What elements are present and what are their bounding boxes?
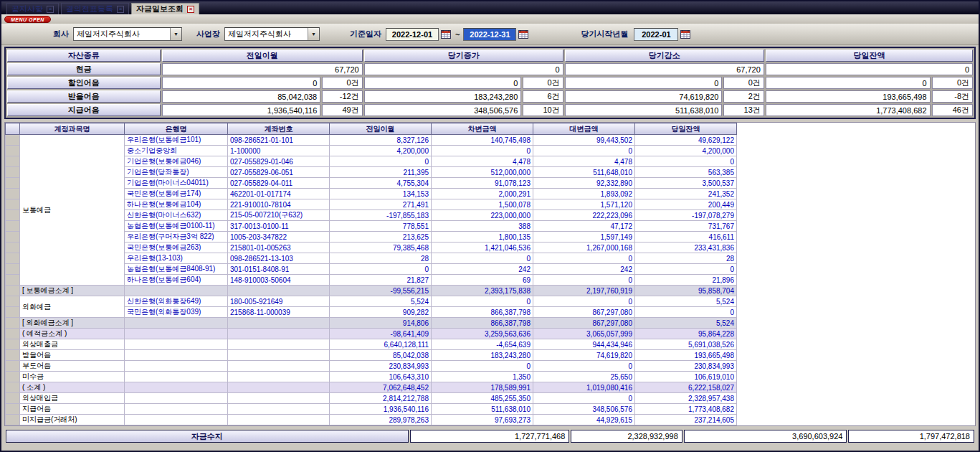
tab-bar: 공지사항 × 결의전표등록 × 자금일보조회 × — [1, 1, 979, 14]
amount-cell: 49,629,122 — [635, 135, 737, 146]
menu-open-button[interactable]: MENU OPEN — [4, 16, 51, 23]
amount-cell: 1,571,120 — [533, 199, 635, 210]
row-selector[interactable] — [6, 221, 20, 232]
row-selector[interactable] — [6, 307, 20, 318]
amount-cell: 0 — [432, 253, 533, 264]
tab-voucher-entry[interactable]: 결의전표등록 × — [61, 3, 129, 14]
row-selector[interactable] — [6, 167, 20, 178]
amount-cell: 1,267,000,168 — [533, 243, 635, 253]
asset-type-cell[interactable]: 할인어음 — [7, 77, 161, 89]
company-select[interactable]: 제일저지주식회사 ▼ — [73, 27, 182, 41]
row-selector[interactable] — [6, 372, 20, 382]
amount-cell: 511,638,010 — [432, 404, 533, 415]
detail-row[interactable]: 미지급금(거래처)289,978,26397,693,27344,929,615… — [6, 415, 737, 425]
detail-row[interactable]: 외상매출금6,640,128,111-4,654,639944,434,9465… — [6, 339, 737, 350]
row-selector[interactable] — [6, 243, 20, 253]
row-selector[interactable] — [6, 296, 20, 307]
amount-cell: 5,691,038,526 — [635, 339, 737, 350]
account-group-cell: 외화예금 — [20, 296, 125, 318]
calendar-icon[interactable] — [440, 29, 452, 39]
amount-cell: 222,223,096 — [533, 210, 635, 221]
row-selector[interactable] — [6, 286, 20, 296]
fund-balance-row: 자금수지 1,727,771,468 2,328,932,998 3,690,6… — [6, 430, 974, 443]
detail-row[interactable]: 받을어음85,042,038183,243,28074,619,820193,6… — [6, 350, 737, 361]
detail-row[interactable]: 보통예금우리은행(보통예금101)098-286521-01-1018,327,… — [6, 135, 737, 146]
row-selector[interactable] — [6, 264, 20, 275]
row-selector[interactable] — [6, 135, 20, 146]
row-selector[interactable] — [6, 393, 20, 404]
bank-name-cell: 기업은행(당좌통장) — [125, 167, 228, 178]
chevron-down-icon[interactable]: ▼ — [308, 28, 319, 40]
detail-row[interactable]: 외상매입금2,814,212,788485,255,35002,328,957,… — [6, 393, 737, 404]
amount-cell: 778,551 — [330, 221, 432, 232]
row-label-cell: 부도어음 — [20, 361, 125, 372]
row-label-cell: ( 소계 ) — [20, 382, 125, 393]
amount-cell: 106,643,310 — [330, 372, 432, 382]
detail-row[interactable]: 지급어음1,936,540,116511,638,010348,506,5761… — [6, 404, 737, 415]
amount-cell: 223,000,000 — [432, 210, 533, 221]
account-number-cell: 180-005-921649 — [228, 296, 330, 307]
summary-amount-cell: 511,638,010 — [565, 104, 723, 116]
tab-close-icon[interactable]: × — [47, 6, 54, 13]
tab-notice[interactable]: 공지사항 × — [6, 3, 59, 14]
row-selector[interactable] — [6, 382, 20, 393]
row-selector[interactable] — [6, 275, 20, 286]
date-from-input[interactable]: 2022-12-01 — [386, 28, 439, 41]
empty-cell — [125, 393, 228, 404]
row-selector[interactable] — [6, 318, 20, 329]
detail-row[interactable]: [ 보통예금소계 ]-99,556,2152,393,175,8382,197,… — [6, 286, 737, 296]
tab-close-icon[interactable]: × — [187, 6, 194, 13]
bank-name-cell: 우리은행(구머자금3억 822) — [125, 232, 228, 243]
date-to-input[interactable]: 2022-12-31 — [463, 28, 516, 41]
calendar-icon[interactable] — [680, 29, 691, 39]
row-selector[interactable] — [6, 189, 20, 199]
amount-cell: 866,387,798 — [432, 318, 533, 329]
company-select-value: 제일저지주식회사 — [74, 29, 170, 39]
amount-cell: 85,042,038 — [330, 350, 432, 361]
detail-row[interactable]: 외화예금신한은행(외화통장649)180-005-9216495,524005,… — [6, 296, 737, 307]
tab-close-icon[interactable]: × — [117, 6, 124, 13]
detail-row[interactable]: 부도어음230,834,99300230,834,993 — [6, 361, 737, 372]
row-selector[interactable] — [6, 350, 20, 361]
row-selector[interactable] — [6, 232, 20, 243]
app-window: 공지사항 × 결의전표등록 × 자금일보조회 × MENU OPEN 회사 제일… — [0, 0, 980, 452]
chevron-down-icon[interactable]: ▼ — [170, 28, 181, 40]
row-selector[interactable] — [6, 146, 20, 156]
bank-name-cell: 국민은행(보통예금174) — [125, 189, 228, 199]
detail-row[interactable]: ( 예적금소계 )-98,641,4093,259,563,6363,065,0… — [6, 329, 737, 339]
row-selector[interactable] — [6, 415, 20, 425]
amount-cell: 230,834,993 — [330, 361, 432, 372]
detail-row[interactable]: 미수금106,643,3101,35025,650106,619,010 — [6, 372, 737, 382]
row-selector[interactable] — [6, 339, 20, 350]
row-selector[interactable] — [6, 178, 20, 189]
amount-cell: 909,282 — [330, 307, 432, 318]
amount-cell: 2,393,175,838 — [432, 286, 533, 296]
row-selector[interactable] — [6, 361, 20, 372]
amount-cell: 91,078,123 — [432, 178, 533, 189]
start-month-input[interactable]: 2022-01 — [634, 28, 678, 41]
summary-count-cell: 6건 — [523, 90, 563, 103]
amount-cell: 237,214,605 — [635, 415, 737, 425]
summary-row: 현금67,720067,7200 — [7, 63, 973, 75]
amount-cell: 289,978,263 — [330, 415, 432, 425]
site-label: 사업장 — [196, 29, 220, 39]
asset-type-cell[interactable]: 지급어음 — [7, 104, 161, 116]
detail-row[interactable]: [ 외화예금소계 ]914,806866,387,798867,297,0805… — [6, 318, 737, 329]
row-selector[interactable] — [6, 404, 20, 415]
detail-column-header: 은행명 — [125, 123, 228, 135]
row-selector[interactable] — [6, 329, 20, 339]
amount-cell: 44,929,615 — [533, 415, 635, 425]
asset-type-cell[interactable]: 현금 — [7, 63, 161, 75]
amount-cell: -197,078,279 — [635, 210, 737, 221]
account-number-cell: 317-0013-0100-11 — [228, 221, 330, 232]
calendar-icon[interactable] — [518, 29, 529, 39]
row-selector[interactable] — [6, 156, 20, 167]
detail-row[interactable]: ( 소계 )7,062,648,452178,589,9911,019,080,… — [6, 382, 737, 393]
row-selector[interactable] — [6, 210, 20, 221]
row-selector[interactable] — [6, 199, 20, 210]
summary-column-header: 전일이월 — [162, 50, 363, 62]
asset-type-cell[interactable]: 받을어음 — [7, 90, 161, 103]
tab-fund-daily-report[interactable]: 자금일보조회 × — [131, 3, 199, 14]
row-selector[interactable] — [6, 253, 20, 264]
site-select[interactable]: 제일저지주식회사 ▼ — [224, 27, 320, 41]
